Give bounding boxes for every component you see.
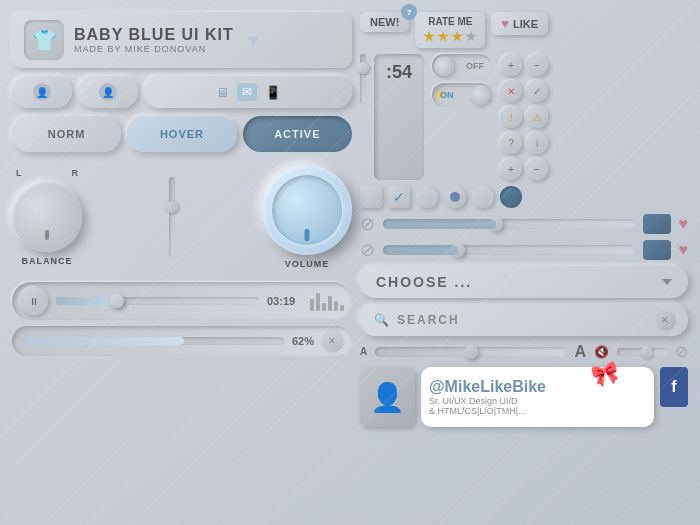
circle-btn-1[interactable] <box>472 186 494 208</box>
star-4[interactable]: ★ <box>465 29 477 44</box>
info-btn[interactable]: i <box>526 132 548 154</box>
font-slider-thumb <box>464 345 478 359</box>
eq-bar-1 <box>310 299 314 311</box>
user-btn-1[interactable]: 👤 <box>12 76 72 108</box>
vert-slider-thumb <box>166 201 178 213</box>
checkbox-radio-row: ✓ <box>360 186 688 208</box>
track-bar[interactable] <box>56 297 259 305</box>
player-bar: ⏸ 03:19 <box>12 282 352 320</box>
square-toggle-2[interactable] <box>643 240 671 260</box>
mid-slider-fill-1 <box>383 219 496 229</box>
plus-btn-1[interactable]: + <box>500 54 522 76</box>
search-label[interactable]: SEARCH <box>397 313 648 327</box>
right-vert-slider-track[interactable] <box>360 54 366 104</box>
choose-dropdown[interactable]: CHOOSE ... <box>360 266 688 298</box>
radio-filled[interactable] <box>444 186 466 208</box>
like-label: LIKE <box>513 18 538 30</box>
toggles-area: OFF ⚡ ON ⚡ <box>432 54 492 180</box>
heart-icon-2: ♥ <box>679 241 689 259</box>
bow-decoration: 🎀 <box>589 359 622 391</box>
toggle-on[interactable]: ON ⚡ <box>432 83 492 107</box>
search-bar: 🔍 SEARCH ✕ <box>360 304 688 336</box>
middle-row-1: :54 OFF ⚡ ON ⚡ <box>360 54 688 180</box>
norm-button[interactable]: NORM <box>12 116 121 152</box>
profile-title: Sr. UI/UX Design UI/D <box>429 396 546 406</box>
knob-left-label: L <box>16 168 22 178</box>
radio-empty[interactable] <box>416 186 438 208</box>
font-slider-track[interactable] <box>375 347 566 357</box>
icon-buttons-grid: + − ✕ ✓ ! ⚠ ? i + − <box>500 54 548 180</box>
volume-knob[interactable] <box>262 165 352 255</box>
profile-text: @MikeLikeBike Sr. UI/UX Design UI/D & HT… <box>429 378 546 416</box>
slider-controls-row-2: ⊘ ♥ <box>360 240 688 260</box>
radio-dot <box>450 192 460 202</box>
mute-icon: 🔇 <box>594 345 609 359</box>
warn-btn[interactable]: ⚠ <box>526 106 548 128</box>
volume-label: VOLUME <box>285 259 330 269</box>
square-toggle-1[interactable] <box>643 214 671 234</box>
search-clear-button[interactable]: ✕ <box>656 311 674 329</box>
mid-slider-track-2[interactable] <box>383 245 635 255</box>
profile-html: & HTML/CS|L/O|TMH|... <box>429 406 546 416</box>
right-vert-thumb <box>357 62 369 74</box>
user-btn-2[interactable]: 👤 <box>78 76 138 108</box>
heart-icon-1: ♥ <box>679 215 689 233</box>
vert-slider-track[interactable] <box>169 177 175 257</box>
search-icon: 🔍 <box>374 313 389 327</box>
check-btn[interactable]: ✓ <box>526 80 548 102</box>
avatar: 👤 <box>360 367 415 427</box>
minus-btn-2[interactable]: − <box>526 158 548 180</box>
font-large-icon: A <box>574 343 586 361</box>
facebook-icon[interactable]: f <box>660 367 688 407</box>
eq-bar-6 <box>340 305 344 311</box>
x-btn[interactable]: ✕ <box>500 80 522 102</box>
font-size-row: A A 🔇 ⊘ <box>360 342 688 361</box>
minus-btn-1[interactable]: − <box>526 54 548 76</box>
active-button[interactable]: ACTIVE <box>243 116 352 152</box>
progress-bottom-bar: 62% ✕ <box>12 326 352 356</box>
toggle-off-label: OFF <box>466 61 484 71</box>
track-thumb <box>110 294 124 308</box>
device-btn[interactable]: 🖥 ✉ 📱 <box>144 76 352 108</box>
eq-bar-5 <box>334 301 338 311</box>
vol-slider-thumb <box>641 346 653 358</box>
profile-name[interactable]: @MikeLikeBike <box>429 378 546 396</box>
right-column: NEW! 7 RATE ME ★ ★ ★ ★ ♥ LIKE <box>360 12 688 513</box>
progress-fill-inner <box>22 337 184 345</box>
circle-btn-active[interactable] <box>500 186 522 208</box>
stars-row: ★ ★ ★ ★ <box>423 29 477 44</box>
eq-bar-3 <box>322 303 326 311</box>
progress-close-button[interactable]: ✕ <box>322 331 342 351</box>
progress-fill-bar[interactable] <box>22 337 284 345</box>
play-pause-button[interactable]: ⏸ <box>20 287 48 315</box>
vol-slider-track[interactable] <box>617 348 667 356</box>
user-device-row: 👤 👤 🖥 ✉ 📱 <box>12 76 352 108</box>
new-button[interactable]: NEW! 7 <box>360 12 409 32</box>
rate-me-box: RATE ME ★ ★ ★ ★ <box>415 12 485 48</box>
balance-knob[interactable] <box>12 182 82 252</box>
hover-button[interactable]: HOVER <box>127 116 236 152</box>
timer-display: :54 <box>374 54 424 180</box>
mid-slider-track-1[interactable] <box>383 219 635 229</box>
toggle-off-item: OFF ⚡ <box>432 54 492 78</box>
toggle-off[interactable]: OFF ⚡ <box>432 54 492 78</box>
header-heart-icon: ♥ <box>248 30 259 51</box>
like-button[interactable]: ♥ LIKE <box>491 12 548 35</box>
checkbox-checked[interactable]: ✓ <box>388 186 410 208</box>
profile-card: @MikeLikeBike Sr. UI/UX Design UI/D & HT… <box>421 367 654 427</box>
header-text: BABY BLUE UI KIT MADE BY MIKE DONOVAN <box>74 26 234 54</box>
knob-label-row: L R <box>16 168 78 178</box>
header-icon: 👕 <box>24 20 64 60</box>
plus-btn-2[interactable]: + <box>500 158 522 180</box>
question-btn[interactable]: ? <box>500 132 522 154</box>
exclaim-btn[interactable]: ! <box>500 106 522 128</box>
monitor-icon: 🖥 <box>216 85 229 100</box>
star-1[interactable]: ★ <box>423 29 435 44</box>
progress-percent: 62% <box>292 335 314 347</box>
balance-label: BALANCE <box>22 256 73 266</box>
checkbox-empty[interactable] <box>360 186 382 208</box>
star-2[interactable]: ★ <box>437 29 449 44</box>
user-icon-2: 👤 <box>99 83 117 101</box>
star-3[interactable]: ★ <box>451 29 463 44</box>
mail-icon: ✉ <box>237 83 257 101</box>
